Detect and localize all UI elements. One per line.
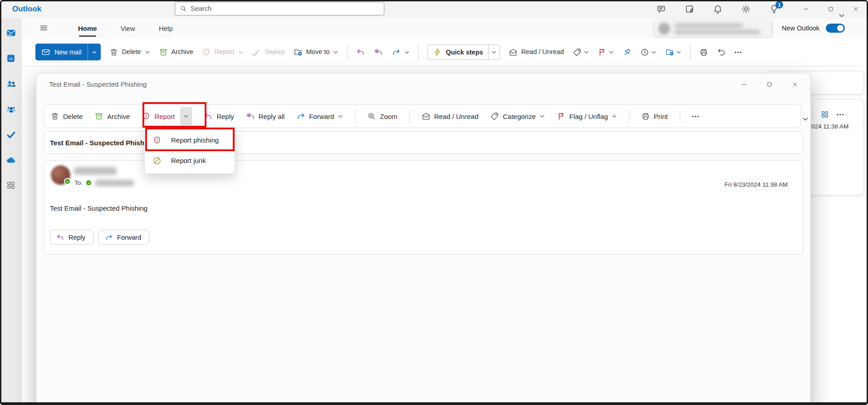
forward-button[interactable]: Forward [98, 230, 149, 245]
message-popout-window: Test Email - Suspected Phishing Delete A… [36, 73, 811, 405]
rail-calendar-icon[interactable] [5, 53, 16, 64]
popup-command-bar: Delete Archive Report Reply Reply all Fo… [44, 104, 801, 128]
popup-toolbar-overflow-chevron-icon[interactable] [802, 115, 809, 123]
popup-minimize-button[interactable] [731, 74, 757, 95]
popup-flag-unflag-button[interactable]: Flag / Unflag [557, 112, 617, 121]
message-subject: Test Email - Suspected Phishing [50, 139, 155, 147]
quick-steps-split-button[interactable]: Quick steps [427, 44, 500, 60]
new-mail-label: New mail [54, 49, 82, 56]
report-dropdown-chevron[interactable] [180, 107, 192, 125]
rules-button[interactable] [665, 48, 682, 57]
report-dropdown-menu: Report phishing Report junk [144, 127, 235, 174]
sender-name-blurred [74, 167, 117, 175]
flag-icon [598, 48, 607, 57]
print-button[interactable] [699, 48, 708, 57]
report-button-disabled: Report [202, 48, 244, 57]
message-date: Fri 8/23/2024 11:38 AM [725, 181, 788, 188]
hamburger-menu-icon[interactable] [39, 23, 49, 33]
pin-button[interactable] [623, 48, 632, 57]
rail-todo-icon[interactable] [5, 129, 16, 140]
reply-all-icon [374, 48, 383, 57]
tag-icon [573, 48, 582, 57]
popup-print-button[interactable]: Print [641, 112, 668, 121]
read-unread-button[interactable]: Read / Unread [509, 48, 564, 57]
shield-error-icon [202, 48, 211, 57]
broom-icon [252, 48, 261, 57]
forward-icon-button[interactable] [392, 48, 410, 57]
search-input[interactable] [191, 5, 379, 12]
more-icon: ••• [692, 114, 700, 119]
pin-icon [623, 48, 632, 57]
rail-people-icon[interactable] [5, 78, 16, 89]
popup-read-unread-button[interactable]: Read / Unread [422, 112, 479, 121]
move-to-button[interactable]: Move to [294, 48, 339, 57]
to-label: To: [74, 179, 83, 186]
rail-more-apps-icon[interactable] [5, 180, 16, 191]
popup-window-title: Test Email - Suspected Phishing [49, 74, 147, 95]
folder-gear-icon [665, 48, 674, 57]
new-mail-dropdown[interactable] [88, 44, 101, 60]
rail-mail-icon[interactable] [5, 27, 16, 38]
new-mail-split-button[interactable]: New mail [35, 44, 101, 60]
menu-item-report-junk[interactable]: Report junk [145, 150, 235, 171]
note-edit-icon[interactable] [685, 4, 695, 14]
more-icon[interactable]: ••• [837, 112, 845, 117]
delete-button[interactable]: Delete [109, 48, 150, 57]
popup-archive-button[interactable]: Archive [94, 112, 130, 121]
shield-error-icon [142, 112, 151, 121]
shield-error-icon [152, 136, 162, 145]
clock-icon [640, 48, 649, 57]
popup-zoom-button[interactable]: Zoom [367, 112, 397, 121]
recipient-check-badge [85, 179, 92, 186]
printer-icon [641, 112, 650, 121]
reply-button[interactable]: Reply [50, 230, 93, 245]
reply-icon-button[interactable] [356, 48, 365, 57]
notifications-bell-icon[interactable] [713, 4, 723, 14]
popup-close-button[interactable] [782, 74, 808, 95]
mail-open-icon [422, 112, 431, 121]
apps-grid-icon[interactable] [820, 110, 829, 119]
reply-all-icon [246, 112, 255, 121]
tab-view[interactable]: View [118, 18, 138, 38]
quick-steps-dropdown[interactable] [488, 45, 500, 59]
recipient-name-blurred [95, 180, 134, 186]
popup-maximize-button[interactable] [757, 74, 782, 95]
menu-item-report-phishing[interactable]: Report phishing [145, 130, 235, 150]
archive-icon [159, 48, 168, 57]
tips-lightbulb-icon[interactable]: 1 [769, 4, 779, 14]
archive-icon [94, 112, 103, 121]
popup-reply-all-button[interactable]: Reply all [246, 112, 285, 121]
flag-button[interactable] [598, 48, 614, 57]
popup-forward-button[interactable]: Forward [296, 112, 343, 121]
rail-onedrive-icon[interactable] [5, 154, 16, 165]
new-outlook-toggle[interactable] [826, 24, 845, 33]
rail-groups-icon[interactable] [5, 104, 16, 114]
popup-categorize-button[interactable]: Categorize [490, 112, 545, 121]
mail-open-icon [509, 48, 518, 57]
message-body: Test Email - Suspected Phishing [50, 204, 147, 212]
more-commands-button[interactable]: ••• [735, 49, 743, 55]
reply-all-icon-button[interactable] [374, 48, 383, 57]
settings-gear-icon[interactable] [741, 4, 751, 14]
categorize-tag-button[interactable] [573, 48, 589, 57]
archive-button[interactable]: Archive [159, 48, 193, 57]
reply-icon [356, 48, 365, 57]
tab-help[interactable]: Help [156, 18, 176, 38]
feedback-chat-icon[interactable] [657, 4, 667, 14]
search-box[interactable] [175, 2, 384, 15]
undo-button-disabled [717, 48, 726, 57]
popup-reply-button[interactable]: Reply [204, 112, 234, 121]
toolbar-collapse-chevron-icon[interactable] [838, 12, 845, 19]
app-rail [0, 18, 22, 405]
reply-icon [56, 233, 64, 242]
search-icon [180, 5, 187, 12]
tab-home[interactable]: Home [75, 18, 100, 38]
snooze-button[interactable] [640, 48, 657, 57]
reply-icon [204, 112, 213, 121]
window-close-button[interactable] [843, 0, 868, 18]
popup-delete-button[interactable]: Delete [50, 112, 83, 121]
popup-report-button[interactable]: Report [142, 107, 192, 125]
app-title: Outlook [12, 0, 41, 18]
popup-more-commands-button[interactable]: ••• [692, 114, 700, 119]
window-minimize-button[interactable] [793, 0, 818, 18]
